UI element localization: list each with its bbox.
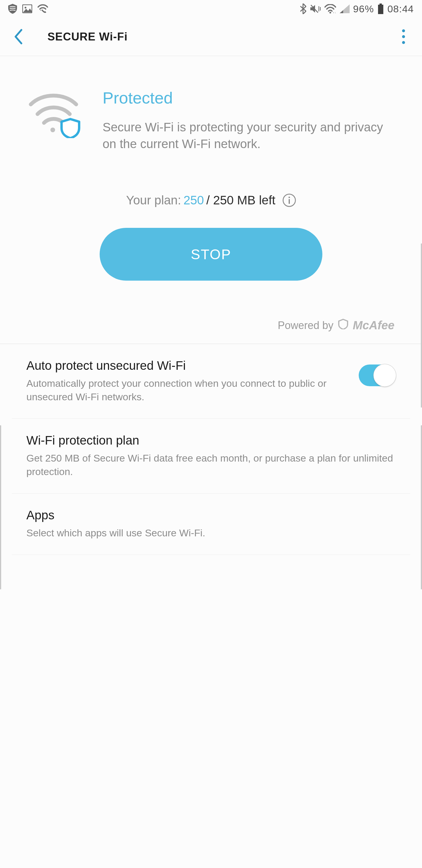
scroll-indicator [421, 425, 422, 589]
mcafee-logo-icon [338, 319, 348, 332]
plan-label: Your plan: [126, 193, 181, 207]
list-item-desc: Get 250 MB of Secure Wi-Fi data free eac… [26, 452, 396, 478]
protection-status-desc: Secure Wi-Fi is protecting your security… [103, 119, 396, 152]
plan-total-value: / 250 MB left [206, 193, 275, 207]
svg-point-5 [329, 12, 331, 13]
chevron-left-icon [13, 29, 23, 44]
battery-icon [378, 3, 384, 14]
plan-usage-row: Your plan: 250 / 250 MB left [26, 193, 396, 207]
battery-percent: 96% [353, 3, 374, 15]
wifi-icon: ↑↓ [324, 4, 336, 13]
status-time: 08:44 [387, 3, 414, 15]
protection-plan-row[interactable]: Wi-Fi protection plan Get 250 MB of Secu… [12, 419, 410, 494]
settings-list: Auto protect unsecured Wi-Fi Automatical… [0, 344, 422, 555]
image-status-icon [22, 4, 32, 13]
status-bar: ↑↓ 96% 08:44 [0, 0, 422, 18]
mute-vibrate-icon [310, 4, 321, 14]
more-button[interactable] [390, 24, 417, 50]
svg-point-10 [402, 35, 405, 38]
protection-status-title: Protected [103, 88, 396, 107]
list-item-title: Apps [26, 508, 396, 522]
list-item-title: Wi-Fi protection plan [26, 433, 396, 447]
scroll-indicator [421, 243, 422, 408]
shield-status-icon [8, 4, 17, 14]
powered-by-label: Powered by [278, 319, 333, 332]
svg-rect-7 [380, 3, 382, 5]
bluetooth-icon [300, 3, 306, 14]
back-button[interactable] [3, 22, 33, 51]
svg-point-9 [402, 29, 405, 32]
cell-signal-icon [339, 4, 350, 13]
info-icon [283, 193, 296, 207]
plan-used-value: 250 [184, 193, 204, 207]
scroll-indicator [0, 425, 1, 589]
auto-protect-toggle[interactable] [359, 365, 396, 386]
svg-rect-8 [378, 5, 383, 14]
svg-point-1 [25, 7, 26, 8]
status-right: ↑↓ 96% 08:44 [300, 3, 414, 15]
protection-status-card: Protected Secure Wi-Fi is protecting you… [0, 56, 422, 344]
list-item-desc: Automatically protect your connection wh… [26, 377, 347, 404]
svg-point-11 [402, 41, 405, 44]
svg-rect-15 [289, 199, 290, 204]
list-item-desc: Select which apps will use Secure Wi-Fi. [26, 526, 396, 540]
list-item-title: Auto protect unsecured Wi-Fi [26, 359, 347, 373]
status-left [8, 4, 48, 14]
svg-point-14 [288, 197, 290, 198]
svg-text:↑↓: ↑↓ [333, 11, 336, 13]
powered-by-brand: McAfee [353, 319, 394, 332]
stop-button[interactable]: STOP [100, 228, 322, 281]
auto-protect-row[interactable]: Auto protect unsecured Wi-Fi Automatical… [12, 344, 410, 419]
apps-row[interactable]: Apps Select which apps will use Secure W… [12, 494, 410, 555]
wifi-call-status-icon [37, 4, 48, 13]
svg-point-12 [51, 128, 55, 132]
plan-info-button[interactable] [283, 193, 296, 207]
more-vert-icon [402, 29, 405, 44]
page-title: SECURE Wi-Fi [47, 31, 128, 43]
wifi-shield-icon [26, 88, 88, 139]
app-bar: SECURE Wi-Fi [0, 18, 422, 56]
powered-by-row: Powered by McAfee [26, 319, 396, 332]
